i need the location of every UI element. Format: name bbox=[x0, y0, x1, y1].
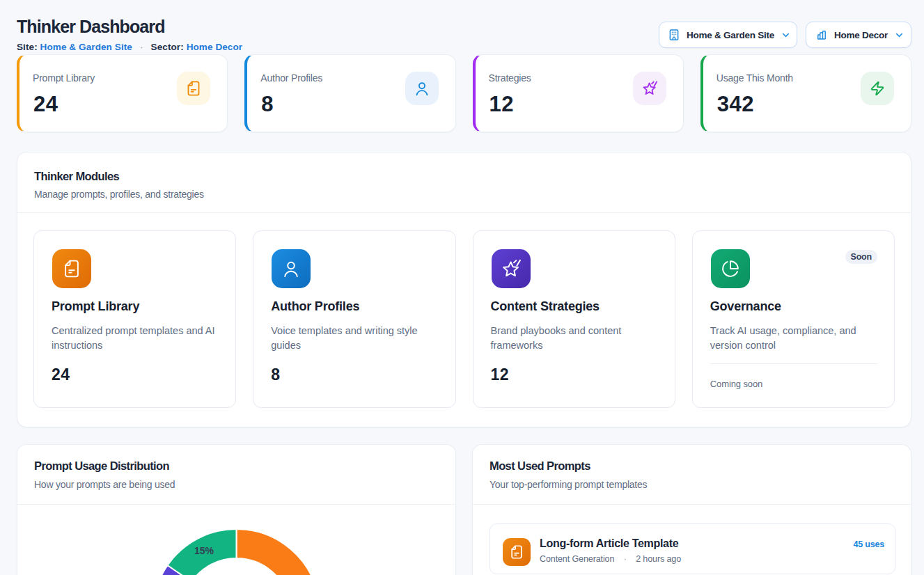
svg-text:15%: 15% bbox=[194, 545, 214, 556]
